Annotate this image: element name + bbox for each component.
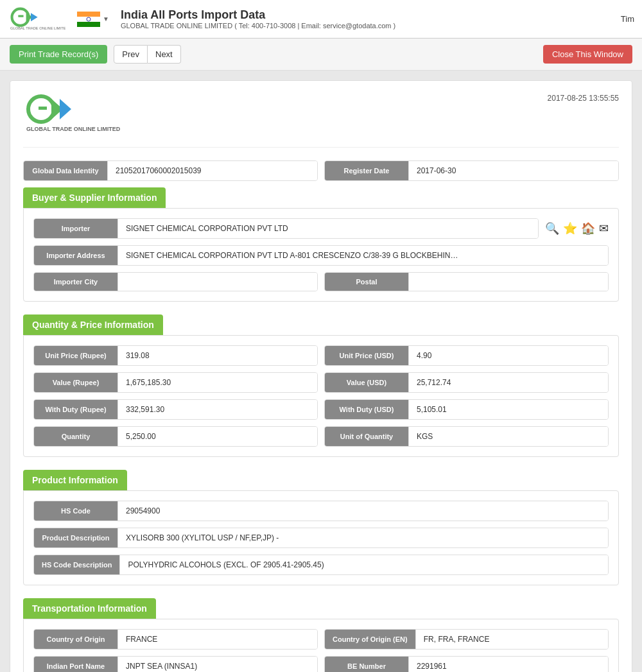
importer-address-row: Importer Address SIGNET CHEMICAL CORPORA… [33,245,609,266]
hs-code-row: HS Code 29054900 [33,501,609,521]
product-section: Product Information HS Code 29054900 Pro… [23,470,619,585]
svg-rect-6 [77,22,100,27]
quantity-price-title: Quantity & Price Information [23,314,163,335]
search-icon[interactable]: 🔍 [545,221,559,236]
prev-button[interactable]: Prev [114,45,148,64]
nav-buttons: Prev Next [114,45,180,64]
with-duty-row: With Duty (Rupee) 332,591.30 With Duty (… [33,399,609,420]
print-button[interactable]: Print Trade Record(s) [10,45,107,64]
star-icon[interactable]: ⭐ [563,221,577,236]
port-be-row: Indian Port Name JNPT SEA (INNSA1) BE Nu… [33,656,609,672]
register-date-label: Register Date [325,161,408,180]
product-description-value: XYLISORB 300 (XYLITOL USP / NF,EP,JP) - [117,528,608,547]
toolbar: Print Trade Record(s) Prev Next Close Th… [0,39,642,71]
importer-value: SIGNET CHEMICAL CORPORATION PVT LTD [117,219,538,238]
quantity-price-body: Unit Price (Rupee) 319.08 Unit Price (US… [23,335,619,457]
header-title: India All Ports Import Data [121,8,395,22]
product-body: HS Code 29054900 Product Description XYL… [23,490,619,585]
hs-code-value: 29054900 [117,501,608,521]
record-header: GLOBAL TRADE ONLINE LIMITED 2017-08-25 1… [23,94,619,148]
quantity-label: Quantity [34,427,117,446]
value-row: Value (Rupee) 1,675,185.30 Value (USD) 2… [33,372,609,393]
unit-quantity-group: Unit of Quantity KGS [324,426,609,447]
postal-group: Postal [324,272,609,291]
global-data-identity-group: Global Data Identity 2105201706000201503… [23,160,318,181]
buyer-supplier-body: Importer SIGNET CHEMICAL CORPORATION PVT… [23,208,619,302]
product-description-row: Product Description XYLISORB 300 (XYLITO… [33,528,609,548]
transportation-title: Transportation Information [23,598,156,619]
unit-price-row: Unit Price (Rupee) 319.08 Unit Price (US… [33,345,609,366]
indian-port-label: Indian Port Name [34,657,117,672]
unit-price-rupee-label: Unit Price (Rupee) [34,346,117,365]
dropdown-arrow[interactable]: ▼ [103,15,109,22]
header-subtitle: GLOBAL TRADE ONLINE LIMITED ( Tel: 400-7… [121,22,395,30]
home-icon[interactable]: 🏠 [581,221,595,236]
email-icon[interactable]: ✉ [599,221,609,236]
country-origin-en-label: Country of Origin (EN) [325,630,415,649]
svg-rect-2 [18,15,23,17]
country-origin-row: Country of Origin FRANCE Country of Orig… [33,629,609,650]
unit-price-usd-group: Unit Price (USD) 4.90 [324,345,609,366]
logo-area: GLOBAL TRADE ONLINE LIMITED ▼ India All … [8,6,395,32]
register-date-group: Register Date 2017-06-30 [324,160,619,181]
be-number-group: BE Number 2291961 [324,656,609,672]
be-number-value: 2291961 [408,657,608,672]
quantity-group: Quantity 5,250.00 [33,426,318,447]
with-duty-usd-value: 5,105.01 [408,400,608,419]
importer-address-value: SIGNET CHEMICAL CORPORATION PVT LTD A-80… [117,246,608,265]
value-rupee-label: Value (Rupee) [34,373,117,392]
company-logo: GLOBAL TRADE ONLINE LIMITED [23,94,126,137]
global-data-identity-label: Global Data Identity [24,161,107,180]
postal-value [408,273,608,291]
record-timestamp: 2017-08-25 13:55:55 [548,94,619,103]
importer-city-group: Importer City [33,272,318,291]
unit-price-usd-value: 4.90 [408,346,608,365]
with-duty-rupee-value: 332,591.30 [117,400,317,419]
record-card: GLOBAL TRADE ONLINE LIMITED 2017-08-25 1… [10,80,632,672]
global-data-identity-value: 21052017060002015039 [107,161,317,180]
with-duty-rupee-label: With Duty (Rupee) [34,400,117,419]
india-flag [77,12,100,27]
importer-icons: 🔍 ⭐ 🏠 ✉ [545,221,609,236]
svg-rect-10 [39,107,47,110]
quantity-row: Quantity 5,250.00 Unit of Quantity KGS [33,426,609,447]
importer-city-value [117,273,317,291]
unit-price-rupee-value: 319.08 [117,346,317,365]
unit-price-rupee-group: Unit Price (Rupee) 319.08 [33,345,318,366]
svg-text:GLOBAL TRADE ONLINE LIMITED: GLOBAL TRADE ONLINE LIMITED [26,126,121,132]
next-button[interactable]: Next [148,45,181,64]
with-duty-usd-group: With Duty (USD) 5,105.01 [324,399,609,420]
buyer-supplier-title: Buyer & Supplier Information [23,187,166,208]
country-origin-en-value: FR, FRA, FRANCE [415,630,608,649]
country-origin-group: Country of Origin FRANCE [33,629,318,650]
with-duty-usd-label: With Duty (USD) [325,400,408,419]
postal-label: Postal [325,273,408,291]
title-area: India All Ports Import Data GLOBAL TRADE… [121,8,395,30]
country-origin-value: FRANCE [117,630,317,649]
svg-text:GLOBAL TRADE ONLINE LIMITED: GLOBAL TRADE ONLINE LIMITED [10,26,65,30]
importer-address-label: Importer Address [34,246,117,265]
indian-port-group: Indian Port Name JNPT SEA (INNSA1) [33,656,318,672]
importer-group: Importer SIGNET CHEMICAL CORPORATION PVT… [33,218,539,239]
product-description-label: Product Description [34,528,117,547]
buyer-supplier-section: Buyer & Supplier Information Importer SI… [23,187,619,302]
importer-city-label: Importer City [34,273,117,291]
register-date-value: 2017-06-30 [408,161,618,180]
flag-area: ▼ [77,12,109,27]
quantity-price-section: Quantity & Price Information Unit Price … [23,314,619,457]
identity-row: Global Data Identity 2105201706000201503… [23,160,619,181]
hs-code-description-label: HS Code Description [34,555,119,574]
product-title: Product Information [23,470,127,490]
transportation-body: Country of Origin FRANCE Country of Orig… [23,619,619,672]
header: GLOBAL TRADE ONLINE LIMITED ▼ India All … [0,0,642,39]
value-usd-value: 25,712.74 [408,373,608,392]
unit-quantity-label: Unit of Quantity [325,427,408,446]
value-usd-group: Value (USD) 25,712.74 [324,372,609,393]
hs-code-description-row: HS Code Description POLYHYDRIC ALCOHOLS … [33,555,609,575]
close-button[interactable]: Close This Window [543,45,632,64]
main-content: GLOBAL TRADE ONLINE LIMITED 2017-08-25 1… [0,71,642,672]
with-duty-rupee-group: With Duty (Rupee) 332,591.30 [33,399,318,420]
country-origin-en-group: Country of Origin (EN) FR, FRA, FRANCE [324,629,609,650]
unit-price-usd-label: Unit Price (USD) [325,346,408,365]
header-user: Tim [621,14,634,24]
